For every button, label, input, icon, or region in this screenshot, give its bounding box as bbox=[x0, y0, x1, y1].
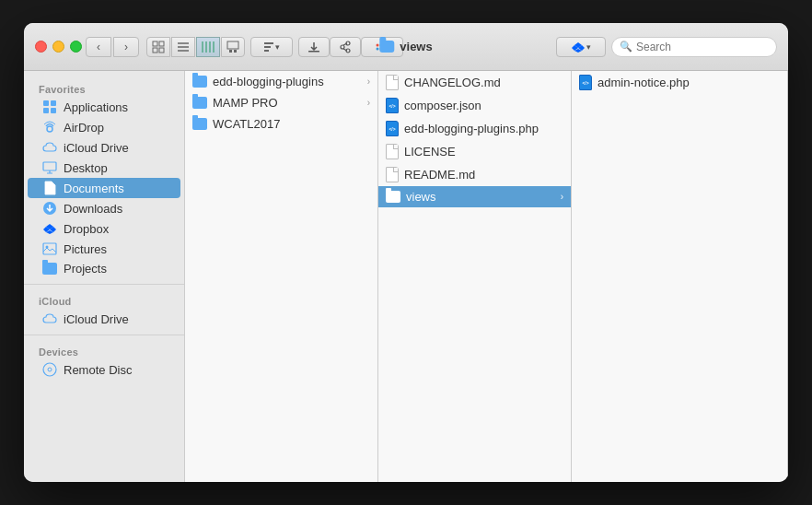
edd-php-label: edd-blogging-plugins.php bbox=[404, 122, 539, 135]
column-1: edd-blogging-plugins › MAMP PRO › WCATL2… bbox=[185, 71, 378, 482]
minimize-button[interactable] bbox=[52, 41, 64, 53]
mamp-pro-folder-icon bbox=[192, 97, 207, 109]
svg-point-29 bbox=[47, 126, 52, 132]
sidebar-item-dropbox[interactable]: Dropbox bbox=[28, 218, 180, 239]
close-button[interactable] bbox=[35, 41, 47, 53]
readme-label: README.md bbox=[404, 168, 475, 182]
edd-php-doc-icon bbox=[386, 121, 399, 136]
svg-rect-3 bbox=[159, 48, 164, 53]
view-list-button[interactable] bbox=[171, 37, 195, 57]
svg-rect-17 bbox=[308, 51, 319, 53]
icloud-drive-icon bbox=[42, 311, 57, 326]
forward-button[interactable]: › bbox=[113, 37, 139, 57]
edd-blogging-plugins-label: edd-blogging-plugins bbox=[213, 75, 324, 88]
svg-rect-28 bbox=[51, 108, 56, 113]
sidebar-item-documents[interactable]: Documents bbox=[28, 178, 180, 198]
chevron-right-icon-2: › bbox=[367, 98, 370, 108]
documents-label: Documents bbox=[64, 182, 124, 195]
sidebar-item-airdrop[interactable]: AirDrop bbox=[28, 117, 180, 137]
downloads-label: Downloads bbox=[64, 202, 122, 216]
column1-item-wcatl2017[interactable]: WCATL2017 bbox=[185, 113, 377, 135]
column2-item-license[interactable]: LICENSE bbox=[378, 140, 571, 163]
applications-icon bbox=[42, 100, 57, 114]
column2-item-composer[interactable]: composer.json bbox=[378, 94, 571, 117]
dropbox-sidebar-icon bbox=[42, 221, 57, 236]
sidebar-item-icloud-drive[interactable]: iCloud Drive bbox=[28, 309, 180, 329]
sidebar-item-downloads[interactable]: Downloads bbox=[28, 198, 180, 218]
search-icon: 🔍 bbox=[620, 41, 632, 53]
documents-icon bbox=[42, 181, 57, 195]
svg-rect-2 bbox=[153, 48, 157, 53]
views-folder-icon bbox=[386, 191, 400, 203]
view-controls bbox=[146, 37, 245, 57]
chevron-right-icon: › bbox=[367, 76, 370, 87]
column1-item-mamp-pro[interactable]: MAMP PRO › bbox=[185, 92, 377, 113]
share-button[interactable] bbox=[330, 37, 361, 57]
column2-item-views[interactable]: views › bbox=[378, 186, 571, 207]
content-area: Favorites Applications AirDrop iCloud Dr… bbox=[24, 71, 788, 482]
mamp-pro-label: MAMP PRO bbox=[213, 96, 278, 110]
changelog-label: CHANGELOG.md bbox=[404, 76, 501, 89]
column1-item-edd-blogging-plugins[interactable]: edd-blogging-plugins › bbox=[185, 71, 377, 92]
sidebar-item-remote-disc[interactable]: Remote Disc bbox=[28, 359, 180, 380]
sidebar-item-projects[interactable]: Projects bbox=[28, 259, 180, 278]
sidebar: Favorites Applications AirDrop iCloud Dr… bbox=[24, 71, 185, 482]
column-2: CHANGELOG.md composer.json edd-blogging-… bbox=[378, 71, 572, 482]
sidebar-divider-2 bbox=[24, 335, 184, 335]
svg-rect-26 bbox=[51, 100, 56, 106]
views-label: views bbox=[406, 190, 436, 204]
svg-point-18 bbox=[341, 45, 344, 49]
column3-item-admin-notice[interactable]: admin-notice.php bbox=[572, 71, 787, 94]
view-icon-button[interactable] bbox=[146, 37, 170, 57]
sidebar-item-icloud-drive-fav[interactable]: iCloud Drive bbox=[28, 137, 180, 158]
remote-disc-label: Remote Disc bbox=[64, 363, 132, 377]
downloads-icon bbox=[42, 201, 57, 216]
column2-item-readme[interactable]: README.md bbox=[378, 163, 571, 186]
svg-rect-13 bbox=[234, 50, 237, 53]
svg-rect-25 bbox=[43, 100, 49, 106]
license-doc-icon bbox=[386, 144, 399, 159]
action-button[interactable] bbox=[298, 37, 330, 57]
airdrop-icon bbox=[42, 120, 57, 135]
search-input[interactable] bbox=[636, 41, 769, 53]
window-title: views bbox=[400, 40, 432, 53]
arrange-button[interactable]: ▾ bbox=[250, 37, 293, 57]
maximize-button[interactable] bbox=[70, 41, 82, 53]
views-chevron-right: › bbox=[561, 192, 563, 202]
nav-buttons: ‹ › bbox=[86, 37, 139, 57]
projects-folder-icon bbox=[42, 263, 57, 275]
column2-item-changelog[interactable]: CHANGELOG.md bbox=[378, 71, 571, 94]
edd-blogging-plugins-folder-icon bbox=[192, 76, 207, 88]
svg-rect-11 bbox=[227, 41, 238, 49]
dropbox-button[interactable]: ▾ bbox=[556, 37, 606, 57]
svg-rect-12 bbox=[229, 50, 232, 53]
svg-rect-27 bbox=[43, 108, 49, 113]
back-button[interactable]: ‹ bbox=[86, 37, 111, 57]
title-folder-icon bbox=[379, 41, 394, 53]
svg-rect-0 bbox=[153, 41, 157, 46]
license-label: LICENSE bbox=[404, 145, 456, 159]
column-3: admin-notice.php bbox=[572, 71, 788, 482]
sidebar-item-desktop[interactable]: Desktop bbox=[28, 158, 180, 178]
sidebar-item-pictures[interactable]: Pictures bbox=[28, 239, 180, 259]
svg-point-36 bbox=[43, 363, 56, 376]
svg-rect-30 bbox=[43, 162, 56, 170]
column2-item-edd-blogging-plugins-php[interactable]: edd-blogging-plugins.php bbox=[378, 117, 571, 140]
remote-disc-icon bbox=[42, 362, 57, 377]
readme-doc-icon bbox=[386, 167, 399, 182]
favorites-header: Favorites bbox=[24, 78, 184, 97]
wcatl2017-folder-icon bbox=[192, 118, 207, 130]
view-cover-button[interactable] bbox=[221, 37, 245, 57]
svg-point-23 bbox=[376, 47, 378, 50]
sidebar-item-applications[interactable]: Applications bbox=[28, 97, 180, 117]
icloud-drive-label: iCloud Drive bbox=[64, 312, 129, 326]
window-title-area: views bbox=[379, 40, 432, 53]
svg-rect-34 bbox=[43, 243, 56, 254]
finder-window: ‹ › ▾ bbox=[24, 23, 788, 482]
search-box[interactable]: 🔍 bbox=[611, 37, 777, 57]
applications-label: Applications bbox=[64, 100, 128, 114]
devices-header: Devices bbox=[24, 341, 184, 359]
svg-rect-16 bbox=[264, 50, 269, 52]
column-pane: edd-blogging-plugins › MAMP PRO › WCATL2… bbox=[185, 71, 788, 482]
view-columns-button[interactable] bbox=[196, 37, 220, 57]
